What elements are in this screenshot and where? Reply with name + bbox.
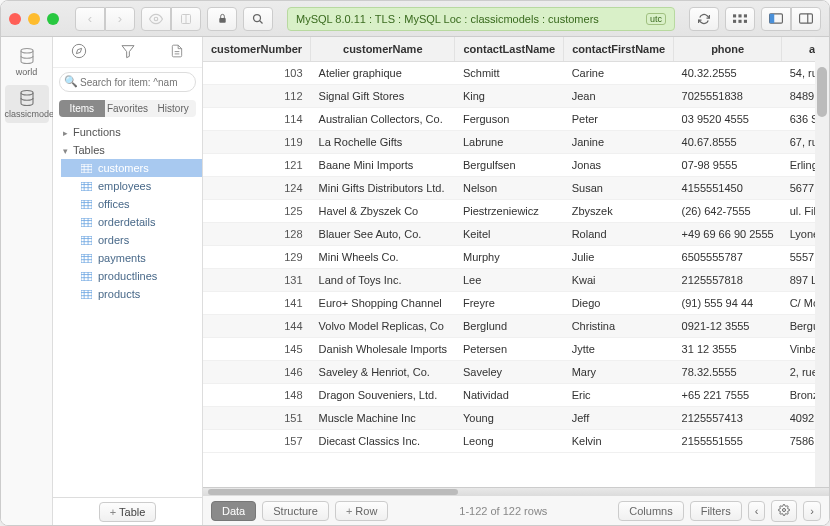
column-header[interactable]: contactFirstName <box>564 37 674 62</box>
cell[interactable]: Volvo Model Replicas, Co <box>311 315 455 338</box>
cell[interactable]: 2125557413 <box>674 407 782 430</box>
refresh-button[interactable] <box>689 7 719 31</box>
lock-icon[interactable] <box>207 7 237 31</box>
add-table-button[interactable]: Table <box>99 502 157 522</box>
cell[interactable]: Murphy <box>455 246 564 269</box>
table-row[interactable]: 103Atelier graphiqueSchmittCarine40.32.2… <box>203 62 829 85</box>
cell[interactable]: Petersen <box>455 338 564 361</box>
cell[interactable]: Bergulfsen <box>455 154 564 177</box>
breadcrumb[interactable]: MySQL 8.0.11 : TLS : MySQL Loc : classic… <box>287 7 675 31</box>
filter-icon[interactable] <box>120 43 136 61</box>
table-row[interactable]: 112Signal Gift StoresKingJean70255518388… <box>203 85 829 108</box>
cell[interactable]: 112 <box>203 85 311 108</box>
cell[interactable]: Janine <box>564 131 674 154</box>
tree-functions-header[interactable]: Functions <box>53 123 202 141</box>
tree-table-orderdetails[interactable]: orderdetails <box>61 213 202 231</box>
table-row[interactable]: 121Baane Mini ImportsBergulfsenJonas07-9… <box>203 154 829 177</box>
cell[interactable]: 146 <box>203 361 311 384</box>
scrollbar-thumb[interactable] <box>208 489 458 495</box>
eye-icon[interactable] <box>141 7 171 31</box>
cell[interactable]: 2125557818 <box>674 269 782 292</box>
cell[interactable]: 151 <box>203 407 311 430</box>
cell[interactable]: 03 9520 4555 <box>674 108 782 131</box>
cell[interactable]: Natividad <box>455 384 564 407</box>
cell[interactable]: 78.32.5555 <box>674 361 782 384</box>
cell[interactable]: Dragon Souveniers, Ltd. <box>311 384 455 407</box>
structure-tab[interactable]: Structure <box>262 501 329 521</box>
table-row[interactable]: 124Mini Gifts Distributors Ltd.NelsonSus… <box>203 177 829 200</box>
gear-icon[interactable] <box>771 500 797 522</box>
cell[interactable]: 131 <box>203 269 311 292</box>
vertical-scrollbar[interactable] <box>815 37 829 487</box>
cell[interactable]: 0921-12 3555 <box>674 315 782 338</box>
forward-button[interactable]: › <box>105 7 135 31</box>
cell[interactable]: Danish Wholesale Imports <box>311 338 455 361</box>
cell[interactable]: 157 <box>203 430 311 453</box>
table-row[interactable]: 146Saveley & Henriot, Co.SaveleyMary78.3… <box>203 361 829 384</box>
cell[interactable]: 145 <box>203 338 311 361</box>
cell[interactable]: 119 <box>203 131 311 154</box>
cell[interactable]: 128 <box>203 223 311 246</box>
search-icon[interactable] <box>243 7 273 31</box>
cell[interactable]: Atelier graphique <box>311 62 455 85</box>
rail-db-world[interactable]: world <box>5 43 49 81</box>
cell[interactable]: Kelvin <box>564 430 674 453</box>
cell[interactable]: 144 <box>203 315 311 338</box>
cell[interactable]: King <box>455 85 564 108</box>
cell[interactable]: Jeff <box>564 407 674 430</box>
tree-table-employees[interactable]: employees <box>61 177 202 195</box>
cell[interactable]: 141 <box>203 292 311 315</box>
cell[interactable]: 4155551450 <box>674 177 782 200</box>
column-header[interactable]: customerName <box>311 37 455 62</box>
table-row[interactable]: 131Land of Toys Inc.LeeKwai2125557818897… <box>203 269 829 292</box>
segment-items[interactable]: Items <box>59 100 105 117</box>
cell[interactable]: Havel & Zbyszek Co <box>311 200 455 223</box>
cell[interactable]: Zbyszek <box>564 200 674 223</box>
rail-db-classicmodels[interactable]: classicmodels <box>5 85 49 123</box>
cell[interactable]: Ferguson <box>455 108 564 131</box>
data-grid[interactable]: customerNumbercustomerNamecontactLastNam… <box>203 37 829 487</box>
table-row[interactable]: 119La Rochelle GiftsLabruneJanine40.67.8… <box>203 131 829 154</box>
tree-table-offices[interactable]: offices <box>61 195 202 213</box>
columns-button[interactable]: Columns <box>618 501 683 521</box>
cell[interactable]: 103 <box>203 62 311 85</box>
cell[interactable]: Baane Mini Imports <box>311 154 455 177</box>
cell[interactable]: Mini Wheels Co. <box>311 246 455 269</box>
tree-table-productlines[interactable]: productlines <box>61 267 202 285</box>
tree-table-orders[interactable]: orders <box>61 231 202 249</box>
cell[interactable]: 148 <box>203 384 311 407</box>
cell[interactable]: Lee <box>455 269 564 292</box>
table-row[interactable]: 157Diecast Classics Inc.LeongKelvin21555… <box>203 430 829 453</box>
zoom-window-button[interactable] <box>47 13 59 25</box>
cell[interactable]: Signal Gift Stores <box>311 85 455 108</box>
view-mode-button[interactable] <box>725 7 755 31</box>
cell[interactable]: 2155551555 <box>674 430 782 453</box>
cell[interactable]: Susan <box>564 177 674 200</box>
cell[interactable]: 07-98 9555 <box>674 154 782 177</box>
segment-favorites[interactable]: Favorites <box>105 100 151 117</box>
cell[interactable]: 114 <box>203 108 311 131</box>
cell[interactable]: 125 <box>203 200 311 223</box>
cell[interactable]: Young <box>455 407 564 430</box>
cell[interactable]: Muscle Machine Inc <box>311 407 455 430</box>
document-icon[interactable] <box>170 43 184 61</box>
sidebar-left-toggle[interactable] <box>761 7 791 31</box>
cell[interactable]: Roland <box>564 223 674 246</box>
table-row[interactable]: 114Australian Collectors, Co.FergusonPet… <box>203 108 829 131</box>
minimize-window-button[interactable] <box>28 13 40 25</box>
table-row[interactable]: 148Dragon Souveniers, Ltd.NatividadEric+… <box>203 384 829 407</box>
cell[interactable]: Australian Collectors, Co. <box>311 108 455 131</box>
cell[interactable]: Saveley <box>455 361 564 384</box>
cell[interactable]: Schmitt <box>455 62 564 85</box>
cell[interactable]: Saveley & Henriot, Co. <box>311 361 455 384</box>
cell[interactable]: Leong <box>455 430 564 453</box>
filters-button[interactable]: Filters <box>690 501 742 521</box>
add-row-button[interactable]: Row <box>335 501 388 521</box>
cell[interactable]: Berglund <box>455 315 564 338</box>
close-window-button[interactable] <box>9 13 21 25</box>
sidebar-right-toggle[interactable] <box>791 7 821 31</box>
horizontal-scrollbar[interactable] <box>203 487 829 495</box>
table-row[interactable]: 129Mini Wheels Co.MurphyJulie65055557875… <box>203 246 829 269</box>
compass-icon[interactable] <box>71 43 87 61</box>
table-row[interactable]: 144Volvo Model Replicas, CoBerglundChris… <box>203 315 829 338</box>
